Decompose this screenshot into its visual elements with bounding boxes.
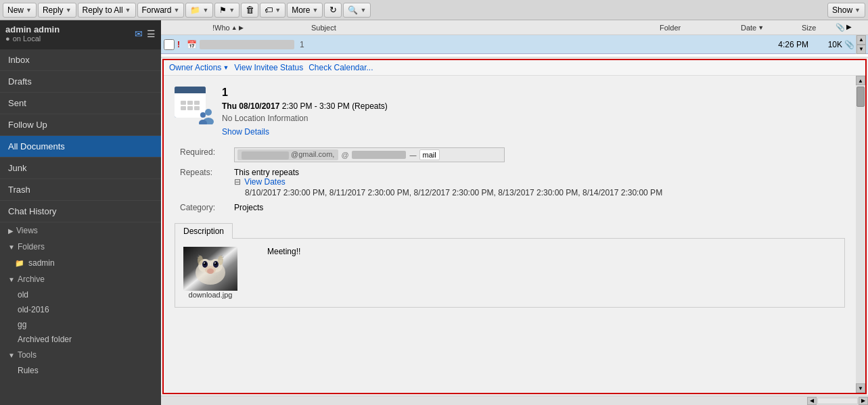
new-label: New: [7, 5, 24, 15]
attachment-item[interactable]: download.jpg: [183, 247, 237, 299]
sidebar-tools[interactable]: ▼ Tools: [0, 347, 161, 363]
who-sort-icon: ▲: [231, 24, 237, 31]
event-details: 1 Thu 08/10/2017 2:30 PM - 3:30 PM (Repe…: [222, 87, 845, 137]
col-header-size[interactable]: Size: [802, 24, 836, 32]
alldocs-label: All Documents: [8, 141, 65, 151]
email-icon[interactable]: ✉: [135, 28, 143, 39]
delete-button[interactable]: 🗑: [241, 3, 258, 18]
col-header-who[interactable]: !Who ▲ ▶: [196, 24, 311, 32]
svg-point-15: [204, 262, 205, 264]
refresh-icon: ↻: [329, 5, 337, 15]
view-invitee-link[interactable]: View Invitee Status: [234, 63, 303, 72]
forward-button[interactable]: Forward ▼: [137, 3, 185, 18]
sidebar-archive-folder[interactable]: Archived folder: [0, 332, 161, 347]
show-button[interactable]: Show ▼: [827, 3, 865, 18]
message-date: 4:26 PM: [748, 40, 808, 49]
view-dates-toggle[interactable]: View Dates: [244, 177, 285, 187]
reply-button[interactable]: Reply ▼: [38, 3, 76, 18]
owner-actions-label: Owner Actions: [169, 63, 221, 72]
sidebar-item-followup[interactable]: Follow Up: [0, 114, 161, 136]
list-header: !Who ▲ ▶ Subject Folder Date ▼: [161, 20, 868, 35]
reply-arrow-icon: ▼: [66, 7, 72, 14]
flag-button[interactable]: ⚑ ▼: [214, 3, 239, 18]
sidebar-archive-old2016[interactable]: old-2016: [0, 302, 161, 317]
sidebar-item-alldocs[interactable]: All Documents: [0, 136, 161, 158]
tools-label: Tools: [18, 350, 37, 360]
folders-label: Folders: [18, 242, 45, 252]
col-header-subject[interactable]: Subject: [311, 24, 660, 32]
sidebar-item-inbox[interactable]: Inbox: [0, 49, 161, 71]
reply-label: Reply: [43, 5, 64, 15]
col-header-date[interactable]: Date ▼: [741, 24, 802, 32]
sidebar-folders[interactable]: ▼ Folders: [0, 239, 161, 255]
message-text: Meeting!!: [267, 247, 300, 256]
sidebar-item-chathistory[interactable]: Chat History: [0, 201, 161, 222]
archive-label: Archive: [18, 275, 45, 284]
message-row[interactable]: ! 📅 1 4:26 PM 10K 📎 ▲ ▼: [161, 35, 868, 54]
sidebar-archive[interactable]: ▼ Archive: [0, 271, 161, 287]
description-body: download.jpg Meeting!!: [183, 247, 836, 299]
sidebar-item-junk[interactable]: Junk: [0, 158, 161, 179]
reply-all-button[interactable]: Reply to All ▼: [78, 3, 136, 18]
folder-button[interactable]: 📁 ▼: [185, 3, 213, 18]
email-badge: @gmail.com,: [237, 149, 338, 160]
bottom-scroll-right[interactable]: ▶: [859, 397, 868, 405]
sidebar-item-drafts[interactable]: Drafts: [0, 71, 161, 93]
refresh-button[interactable]: ↻: [324, 3, 342, 18]
svg-point-26: [218, 256, 223, 265]
scroll-thumb[interactable]: [856, 87, 865, 107]
sidebar-menu-icon[interactable]: ☰: [147, 28, 156, 39]
check-calendar-link[interactable]: Check Calendar...: [309, 63, 373, 72]
arrow-header-icon: ▶: [846, 23, 852, 32]
svg-point-2: [200, 112, 206, 118]
sidebar-archive-gg[interactable]: gg: [0, 317, 161, 332]
date-sort-icon: ▼: [758, 24, 764, 31]
message-attachment-icon: 📎: [842, 40, 856, 49]
sidebar-archive-old[interactable]: old: [0, 287, 161, 302]
attachment-filename: download.jpg: [183, 291, 237, 299]
sidebar-item-sent[interactable]: Sent: [0, 93, 161, 114]
sent-label: Sent: [8, 98, 26, 108]
sidebar-item-trash[interactable]: Trash: [0, 179, 161, 201]
required-label: Required:: [175, 145, 229, 165]
inbox-label: Inbox: [8, 55, 30, 65]
message-checkbox[interactable]: [164, 39, 175, 50]
search-arrow-icon: ▼: [360, 7, 366, 14]
detail-table: Required: @gmail.com, @: [175, 145, 845, 215]
description-tab[interactable]: Description: [175, 223, 233, 239]
show-label: Show: [832, 5, 852, 15]
email-name-placeholder: [352, 151, 406, 159]
col-header-folder[interactable]: Folder: [660, 24, 741, 32]
sidebar-views[interactable]: ▶ Views: [0, 222, 161, 239]
sidebar-tools-rules[interactable]: Rules: [0, 363, 161, 378]
svg-point-25: [198, 256, 203, 265]
mail-badge: mail: [419, 149, 440, 160]
search-button[interactable]: 🔍 ▼: [343, 3, 371, 18]
sidebar-folder-sadmin[interactable]: 📁 sadmin: [0, 255, 161, 271]
svg-point-16: [214, 262, 216, 264]
col-header-icons: 📎 ▶: [836, 23, 856, 32]
scroll-up-button[interactable]: ▲: [856, 76, 865, 85]
preview-scrollbar: ▲ ▼: [856, 76, 865, 393]
event-header: 1 Thu 08/10/2017 2:30 PM - 3:30 PM (Repe…: [175, 87, 845, 137]
views-label: Views: [16, 226, 38, 235]
owner-actions-button[interactable]: Owner Actions ▼: [169, 63, 229, 72]
dates-list: 8/10/2017 2:30:00 PM, 8/11/2017 2:30:00 …: [234, 188, 840, 197]
svg-point-18: [207, 268, 214, 274]
preview-content: 1 Thu 08/10/2017 2:30 PM - 3:30 PM (Repe…: [164, 76, 856, 393]
list-scroll-up[interactable]: ▲: [856, 35, 866, 45]
tools-arrow-icon: ▼: [8, 352, 15, 359]
list-scroll-down[interactable]: ▼: [856, 45, 866, 54]
chathistory-label: Chat History: [8, 206, 57, 216]
folder-icon: 📁: [190, 5, 200, 15]
folder-sadmin-icon: 📁: [15, 259, 24, 268]
scroll-down-button[interactable]: ▼: [856, 383, 865, 393]
more-button[interactable]: More ▼: [287, 3, 323, 18]
tag-button[interactable]: 🏷 ▼: [260, 3, 285, 18]
show-arrow-icon: ▼: [854, 7, 861, 14]
sidebar: admin admin ● on Local ✉ ☰ Inbox Drafts: [0, 20, 161, 405]
bottom-scroll-left[interactable]: ◀: [807, 397, 817, 405]
show-details-link[interactable]: Show Details: [222, 127, 269, 137]
category-value: Projects: [229, 200, 845, 215]
new-button[interactable]: New ▼: [3, 3, 37, 18]
